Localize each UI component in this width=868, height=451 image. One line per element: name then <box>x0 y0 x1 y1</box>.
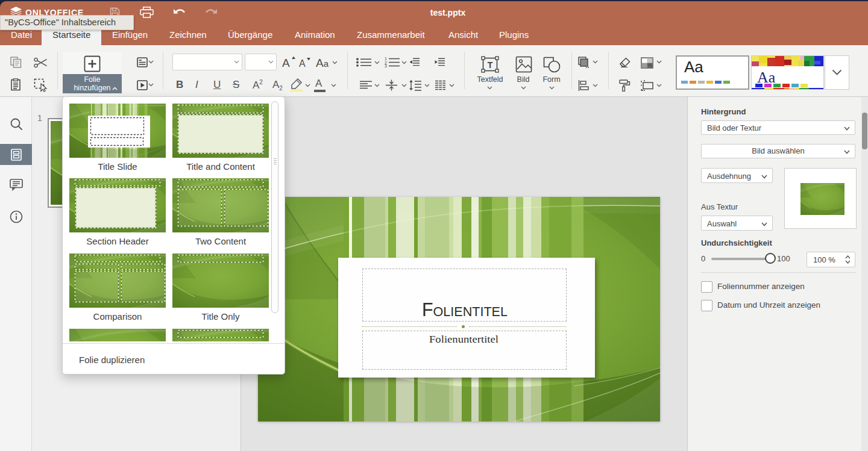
svg-text:Aa: Aa <box>757 69 776 86</box>
svg-text:T: T <box>488 60 493 70</box>
svg-text:Folientitel: Folientitel <box>422 299 508 320</box>
svg-text:Folienuntertitel: Folienuntertitel <box>429 333 498 345</box>
svg-text:3: 3 <box>385 64 387 67</box>
